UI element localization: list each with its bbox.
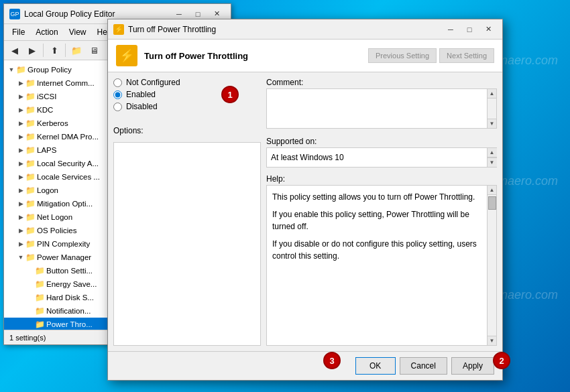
radio-not-configured-input[interactable] xyxy=(113,78,122,87)
browse-button[interactable]: 📁 xyxy=(68,42,84,58)
menu-view[interactable]: View xyxy=(64,25,92,39)
tree-item[interactable]: ▼📁Power Manager xyxy=(4,251,117,264)
tree-expander xyxy=(25,293,35,302)
menu-file[interactable]: File xyxy=(7,25,30,39)
tree-item-label: Mitigation Opti... xyxy=(37,200,115,208)
tree-item[interactable]: ▶📁Mitigation Opti... xyxy=(4,197,117,210)
folder-icon: 📁 xyxy=(25,119,35,128)
options-label: Options: xyxy=(113,126,261,135)
tree-item-label: Net Logon xyxy=(37,213,115,221)
tree-expander: ▼ xyxy=(7,65,16,74)
folder-icon: 📁 xyxy=(25,239,35,249)
folder-icon: 📁 xyxy=(35,279,44,289)
tree-item[interactable]: ▶📁PIN Complexity xyxy=(4,237,117,251)
tree-item[interactable]: ▶📁Kerberos xyxy=(4,117,117,130)
modal-right: Comment: ▲ ▼ Supported on: At least Wind… xyxy=(266,78,497,346)
radio-enabled-input[interactable] xyxy=(113,90,122,99)
tree-item-label: KDC xyxy=(37,106,115,114)
modal-title: Turn off Power Throttling xyxy=(128,25,438,34)
modal-icon: ⚡ xyxy=(113,24,124,35)
tree-panel[interactable]: ▼📁Group Policy▶📁Internet Comm...▶📁iSCSI▶… xyxy=(4,60,118,330)
tree-item[interactable]: ▶📁OS Policies xyxy=(4,224,117,237)
folder-icon: 📁 xyxy=(16,65,25,74)
modal-dialog: ⚡ Turn off Power Throttling ─ □ ✕ ⚡ Turn… xyxy=(107,19,503,381)
tree-item-label: Button Setti... xyxy=(46,267,115,275)
tree-expander: ▶ xyxy=(16,132,25,141)
modal-titlebar: ⚡ Turn off Power Throttling ─ □ ✕ xyxy=(108,19,502,40)
comment-box[interactable]: ▲ ▼ xyxy=(266,88,497,129)
badge-number-2: 2 xyxy=(493,352,510,369)
tree-item-label: Local Security A... xyxy=(37,159,115,168)
modal-footer: OK Cancel Apply xyxy=(108,351,502,380)
modal-subheader-icon: ⚡ xyxy=(116,45,137,66)
folder-icon: 📁 xyxy=(25,172,35,182)
tree-expander: ▶ xyxy=(16,239,25,249)
comment-section: Comment: ▲ ▼ xyxy=(266,78,497,129)
folder-icon: 📁 xyxy=(25,253,35,262)
folder-icon: 📁 xyxy=(25,92,35,101)
menu-action[interactable]: Action xyxy=(30,25,63,39)
tree-expander: ▶ xyxy=(16,212,25,222)
tree-item-label: iSCSI xyxy=(37,92,115,101)
previous-setting-button[interactable]: Previous Setting xyxy=(368,48,437,63)
help-box: This policy setting allows you to turn o… xyxy=(266,185,497,346)
cancel-button[interactable]: Cancel xyxy=(400,357,447,375)
toolbar-separator-1 xyxy=(43,44,44,57)
tree-item[interactable]: ▶📁LAPS xyxy=(4,143,117,157)
tree-item[interactable]: 📁Hard Disk S... xyxy=(4,291,117,304)
modal-nav-buttons: Previous Setting Next Setting xyxy=(368,48,494,63)
tree-item[interactable]: 📁Notification... xyxy=(4,304,117,318)
radio-enabled[interactable]: Enabled xyxy=(113,90,261,99)
tree-item-label: Hard Disk S... xyxy=(46,293,115,302)
apply-button[interactable]: Apply xyxy=(451,357,494,375)
radio-disabled[interactable]: Disabled xyxy=(113,102,261,111)
modal-minimize-button[interactable]: ─ xyxy=(442,23,459,36)
folder-icon: 📁 xyxy=(25,159,35,168)
tree-item[interactable]: ▶📁Net Logon xyxy=(4,210,117,224)
folder-icon: 📁 xyxy=(35,266,44,275)
tree-expander: ▶ xyxy=(16,92,25,101)
modal-left: Not Configured Enabled Disabled Options: xyxy=(113,78,261,346)
modal-close-button[interactable]: ✕ xyxy=(479,23,497,36)
folder-icon: 📁 xyxy=(25,105,35,115)
tree-item[interactable]: 📁Power Thro... xyxy=(4,318,117,330)
tree-item[interactable]: ▶📁Internet Comm... xyxy=(4,76,117,90)
tree-item[interactable]: ▶📁KDC xyxy=(4,103,117,117)
up-button[interactable]: ⬆ xyxy=(46,42,62,58)
radio-not-configured[interactable]: Not Configured xyxy=(113,78,261,87)
folder-icon: 📁 xyxy=(25,212,35,222)
modal-subheader-title: Turn off Power Throttling xyxy=(144,51,248,61)
tree-item[interactable]: ▶📁Locale Services ... xyxy=(4,170,117,184)
next-setting-button[interactable]: Next Setting xyxy=(439,48,494,63)
modal-subheader: ⚡ Turn off Power Throttling Previous Set… xyxy=(108,40,502,72)
tree-item[interactable]: ▶📁Local Security A... xyxy=(4,157,117,170)
tree-item-label: Energy Save... xyxy=(46,280,115,288)
folder-icon: 📁 xyxy=(35,293,44,302)
ok-button[interactable]: OK xyxy=(355,357,396,375)
tree-expander xyxy=(25,306,35,316)
radio-enabled-label: Enabled xyxy=(126,90,156,99)
tree-item-label: Notification... xyxy=(46,307,115,315)
tree-expander: ▶ xyxy=(16,145,25,155)
radio-group: Not Configured Enabled Disabled xyxy=(113,78,261,111)
radio-disabled-input[interactable] xyxy=(113,103,122,111)
supported-box: At least Windows 10 ▲ ▼ xyxy=(266,147,497,168)
help-label: Help: xyxy=(266,174,497,184)
tree-item[interactable]: ▶📁Logon xyxy=(4,184,117,197)
app-title: Local Group Policy Editor xyxy=(24,9,166,19)
tree-item[interactable]: 📁Button Setti... xyxy=(4,264,117,277)
modal-maximize-button[interactable]: □ xyxy=(461,23,478,36)
tree-item[interactable]: 📁Energy Save... xyxy=(4,277,117,291)
tree-expander: ▶ xyxy=(16,186,25,195)
folder-icon: 📁 xyxy=(25,132,35,141)
tree-item[interactable]: ▶📁iSCSI xyxy=(4,90,117,103)
badge-number-3: 3 xyxy=(323,352,341,369)
back-button[interactable]: ◀ xyxy=(7,42,23,58)
computer-button[interactable]: 🖥 xyxy=(86,42,102,58)
tree-item-label: Internet Comm... xyxy=(37,79,115,87)
forward-button[interactable]: ▶ xyxy=(24,42,40,58)
tree-expander: ▶ xyxy=(16,119,25,128)
tree-item-label: PIN Complexity xyxy=(37,240,115,248)
tree-item[interactable]: ▶📁Kernel DMA Pro... xyxy=(4,130,117,143)
tree-item[interactable]: ▼📁Group Policy xyxy=(4,63,117,76)
